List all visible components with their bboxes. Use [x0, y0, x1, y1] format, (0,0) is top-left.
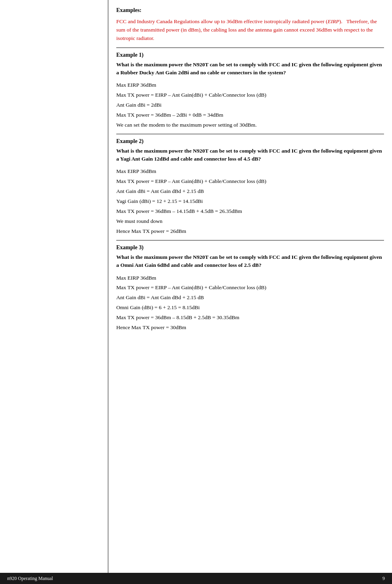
footer-right: 9 — [382, 576, 385, 582]
example1-question: What is the maximum power the N920T can … — [116, 61, 384, 77]
example1-line-5: We can set the modem to the maximum powe… — [116, 121, 384, 130]
example3-line-3: Ant Gain dBi = Ant Gain dBd + 2.15 dB — [116, 293, 384, 302]
example2-title: Example 2) — [116, 138, 384, 145]
example2-question: What is the maximum power the N920T can … — [116, 147, 384, 163]
example2-line-2: Max TX power = EIRP – Ant Gain(dBi) + Ca… — [116, 177, 384, 186]
divider-2 — [116, 134, 384, 134]
example3-line-2: Max TX power = EIRP – Ant Gain(dBi) + Ca… — [116, 283, 384, 292]
example1-line-3: Ant Gain dBi = 2dBi — [116, 101, 384, 110]
example1-title: Example 1) — [116, 52, 384, 58]
footer-bar: n920 Operating Manual 9 — [0, 573, 392, 584]
example3-line-6: Hence Max TX power = 30dBm — [116, 323, 384, 332]
example3-line-4: Omni Gain (dBi) = 6 + 2.15 = 8.15dBi — [116, 303, 384, 312]
example2-line-4: Yagi Gain (dBi) = 12 + 2.15 = 14.15dBi — [116, 197, 384, 206]
example2-line-7: Hence Max TX power = 26dBm — [116, 227, 384, 236]
divider-3 — [116, 240, 384, 240]
content-area: Examples: FCC and Industry Canada Regula… — [108, 0, 392, 584]
example3-title: Example 3) — [116, 244, 384, 251]
red-paragraph: FCC and Industry Canada Regulations allo… — [116, 18, 384, 43]
example1-line-4: Max TX power = 36dBm – 2dBi + 0dB = 34dB… — [116, 111, 384, 120]
footer-left: n920 Operating Manual — [7, 576, 53, 582]
divider-1 — [116, 48, 384, 48]
example3-line-5: Max TX power = 36dBm – 8.15dB + 2.5dB = … — [116, 313, 384, 322]
page-container: Examples: FCC and Industry Canada Regula… — [0, 0, 392, 584]
example2-line-1: Max EIRP 36dBm — [116, 167, 384, 176]
example3-question: What is the maximum power the N920T can … — [116, 253, 384, 270]
example1-line-1: Max EIRP 36dBm — [116, 81, 384, 90]
example2-line-5: Max TX power = 36dBm – 14.15dB + 4.5dB =… — [116, 207, 384, 216]
example2-line-6: We must round down — [116, 217, 384, 226]
example3-line-1: Max EIRP 36dBm — [116, 274, 384, 283]
examples-header: Examples: — [116, 7, 384, 14]
example2-line-3: Ant Gain dBi = Ant Gain dBd + 2.15 dB — [116, 187, 384, 196]
example1-line-2: Max TX power = EIRP – Ant Gain(dBi) + Ca… — [116, 91, 384, 100]
